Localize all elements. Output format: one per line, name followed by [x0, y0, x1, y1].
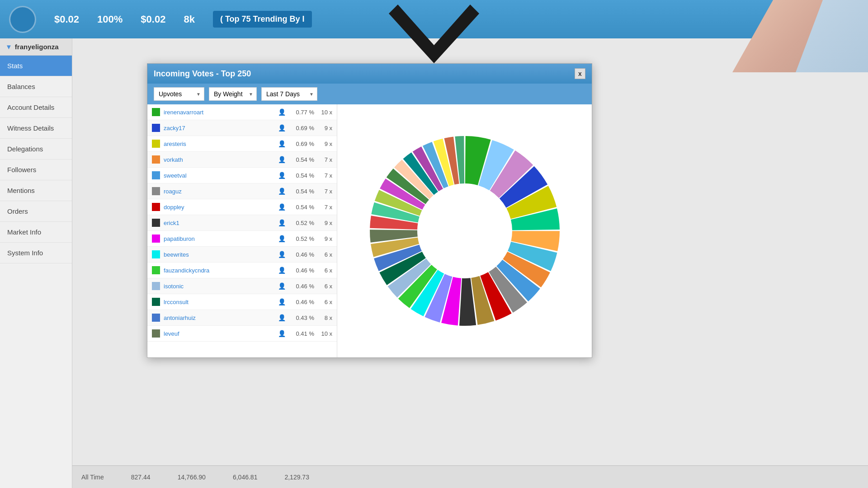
voter-name[interactable]: leveuf: [164, 330, 274, 337]
list-item: sweetval 👤 0.54 % 7 x: [147, 168, 337, 183]
donut-chart: [361, 127, 569, 335]
sidebar-label-market-info: Market Info: [7, 228, 41, 236]
sidebar-username[interactable]: ▼ franyeligonza: [0, 38, 72, 56]
modal-close-button[interactable]: x: [575, 68, 585, 79]
list-item: roaguz 👤 0.54 % 7 x: [147, 183, 337, 199]
modal-header: Incoming Votes - Top 250 x: [147, 64, 592, 84]
voter-name[interactable]: isotonic: [164, 283, 274, 290]
top-bar: $0.02 100% $0.02 8k ( Top 75 Trending By…: [0, 0, 868, 38]
color-swatch: [152, 187, 160, 195]
color-swatch: [152, 329, 160, 338]
vote-count: 9 x: [314, 141, 332, 147]
vote-count: 9 x: [314, 235, 332, 242]
vote-pct: 0.46 %: [289, 283, 314, 290]
user-icon: 👤: [278, 172, 286, 179]
voter-name[interactable]: irenenavarroart: [164, 109, 274, 116]
color-swatch: [152, 298, 160, 306]
sidebar-label-stats: Stats: [7, 62, 23, 70]
color-swatch: [152, 250, 160, 258]
price-stat: $0.02: [54, 14, 79, 25]
user-icon: 👤: [278, 282, 286, 290]
sidebar-item-account-details[interactable]: Account Details: [0, 97, 72, 118]
color-swatch: [152, 140, 160, 148]
pct-stat: 100%: [97, 14, 123, 25]
vote-count: 7 x: [314, 172, 332, 179]
list-item: zacky17 👤 0.69 % 9 x: [147, 120, 337, 136]
color-swatch: [152, 219, 160, 227]
list-item: doppley 👤 0.54 % 7 x: [147, 199, 337, 215]
username-label: franyeligonza: [15, 43, 59, 51]
vote-pct: 0.46 %: [289, 251, 314, 258]
color-swatch: [152, 282, 160, 290]
list-item: fauzandickycndra 👤 0.46 % 6 x: [147, 263, 337, 278]
sidebar-item-witness-details[interactable]: Witness Details: [0, 118, 72, 139]
voter-name[interactable]: lrcconsult: [164, 299, 274, 305]
voter-name[interactable]: papatiburon: [164, 235, 274, 242]
filter1-wrapper: Upvotes Downvotes: [154, 87, 204, 101]
sidebar-item-mentions[interactable]: Mentions: [0, 180, 72, 201]
sidebar-item-stats[interactable]: Stats: [0, 56, 72, 76]
voter-name[interactable]: aresteris: [164, 141, 274, 147]
voter-name[interactable]: doppley: [164, 204, 274, 211]
user-icon: 👤: [278, 124, 286, 131]
voter-name[interactable]: erick1: [164, 220, 274, 226]
vote-count: 9 x: [314, 220, 332, 226]
voter-name[interactable]: antoniarhuiz: [164, 314, 274, 321]
user-icon: 👤: [278, 219, 286, 226]
vote-count: 7 x: [314, 156, 332, 163]
voter-name[interactable]: fauzandickycndra: [164, 267, 274, 274]
sidebar-item-followers[interactable]: Followers: [0, 160, 72, 180]
vote-pct: 0.46 %: [289, 299, 314, 305]
voter-name[interactable]: vorkath: [164, 156, 274, 163]
color-swatch: [152, 124, 160, 132]
sidebar-item-system-info[interactable]: System Info: [0, 243, 72, 263]
voter-name[interactable]: sweetval: [164, 172, 274, 179]
sidebar-item-delegations[interactable]: Delegations: [0, 139, 72, 160]
filter2-select[interactable]: By Weight By Count: [209, 87, 257, 101]
vote-pct: 0.41 %: [289, 330, 314, 337]
modal-dialog: Incoming Votes - Top 250 x Upvotes Downv…: [147, 63, 592, 358]
voter-name[interactable]: zacky17: [164, 125, 274, 131]
list-item: erick1 👤 0.52 % 9 x: [147, 215, 337, 231]
vote-pct: 0.52 %: [289, 235, 314, 242]
voter-name[interactable]: roaguz: [164, 188, 274, 195]
list-item: vorkath 👤 0.54 % 7 x: [147, 152, 337, 168]
main-content: All Time 827.44 14,766.90 6,046.81 2,129…: [72, 38, 868, 488]
list-item: antoniarhuiz 👤 0.43 % 8 x: [147, 310, 337, 326]
sidebar-item-market-info[interactable]: Market Info: [0, 222, 72, 243]
user-icon: 👤: [278, 140, 286, 147]
color-swatch: [152, 155, 160, 164]
list-item: beewrites 👤 0.46 % 6 x: [147, 247, 337, 263]
stat3: 8k: [184, 14, 194, 25]
user-icon: 👤: [278, 108, 286, 116]
vote-pct: 0.52 %: [289, 220, 314, 226]
sidebar-label-witness-details: Witness Details: [7, 124, 54, 132]
vote-count: 6 x: [314, 299, 332, 305]
price2-stat: $0.02: [141, 14, 165, 25]
sidebar: ▼ franyeligonza Stats Balances Account D…: [0, 38, 72, 488]
vote-pct: 0.69 %: [289, 141, 314, 147]
color-swatch: [152, 314, 160, 322]
vote-pct: 0.54 %: [289, 188, 314, 195]
vote-count: 7 x: [314, 188, 332, 195]
user-icon: 👤: [278, 235, 286, 242]
filter1-select[interactable]: Upvotes Downvotes: [154, 87, 204, 101]
sidebar-item-orders[interactable]: Orders: [0, 201, 72, 222]
list-item: aresteris 👤 0.69 % 9 x: [147, 136, 337, 152]
list-item: leveuf 👤 0.41 % 10 x: [147, 326, 337, 342]
list-item: isotonic 👤 0.46 % 6 x: [147, 278, 337, 294]
filter3-select[interactable]: Last 7 Days Last 30 Days All Time: [261, 87, 317, 101]
vote-count: 8 x: [314, 314, 332, 321]
chart-panel: [337, 104, 592, 357]
modal-controls: Upvotes Downvotes By Weight By Count Las…: [147, 84, 592, 104]
sidebar-label-followers: Followers: [7, 166, 36, 174]
voter-name[interactable]: beewrites: [164, 251, 274, 258]
list-item: lrcconsult 👤 0.46 % 6 x: [147, 294, 337, 310]
sidebar-label-mentions: Mentions: [7, 187, 35, 194]
sidebar-label-balances: Balances: [7, 83, 35, 90]
vote-count: 6 x: [314, 251, 332, 258]
sidebar-label-orders: Orders: [7, 207, 28, 215]
sidebar-item-balances[interactable]: Balances: [0, 76, 72, 97]
sidebar-label-system-info: System Info: [7, 249, 43, 257]
vote-count: 10 x: [314, 330, 332, 337]
